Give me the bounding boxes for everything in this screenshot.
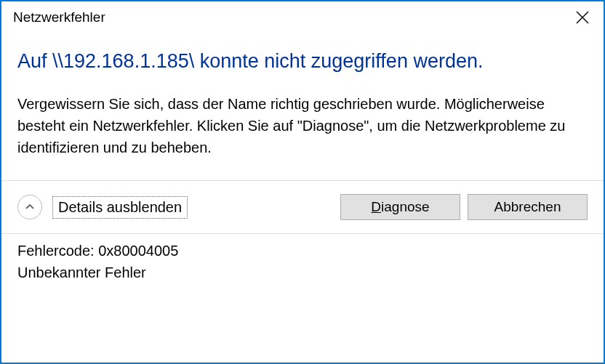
- collapse-button[interactable]: [17, 195, 42, 219]
- error-body: Vergewissern Sie sich, dass der Name ric…: [17, 93, 588, 158]
- details-section: Fehlercode: 0x80004005 Unbekannter Fehle…: [1, 234, 604, 298]
- window-title: Netzwerkfehler: [13, 9, 105, 25]
- diagnose-rest: iagnose: [381, 199, 430, 214]
- close-button[interactable]: [572, 7, 593, 28]
- error-code-line: Fehlercode: 0x80004005: [17, 240, 588, 262]
- error-code-label: Fehlercode:: [17, 243, 95, 259]
- error-message: Unbekannter Fehler: [17, 262, 588, 283]
- dialog-content: Auf \\192.168.1.185\ konnte nicht zugegr…: [1, 33, 604, 180]
- error-code-value: 0x80004005: [98, 243, 178, 259]
- titlebar: Netzwerkfehler: [1, 1, 604, 33]
- close-icon: [576, 11, 589, 24]
- error-dialog: Netzwerkfehler Auf \\192.168.1.185\ konn…: [0, 0, 605, 364]
- button-row: Details ausblenden Diagnose Abbrechen: [1, 181, 604, 233]
- error-heading: Auf \\192.168.1.185\ konnte nicht zugegr…: [17, 49, 588, 73]
- accesskey-letter: D: [371, 199, 381, 214]
- details-toggle-link[interactable]: Details ausblenden: [52, 196, 188, 219]
- chevron-up-icon: [25, 202, 35, 212]
- cancel-button[interactable]: Abbrechen: [468, 194, 588, 220]
- diagnose-button[interactable]: Diagnose: [340, 194, 460, 220]
